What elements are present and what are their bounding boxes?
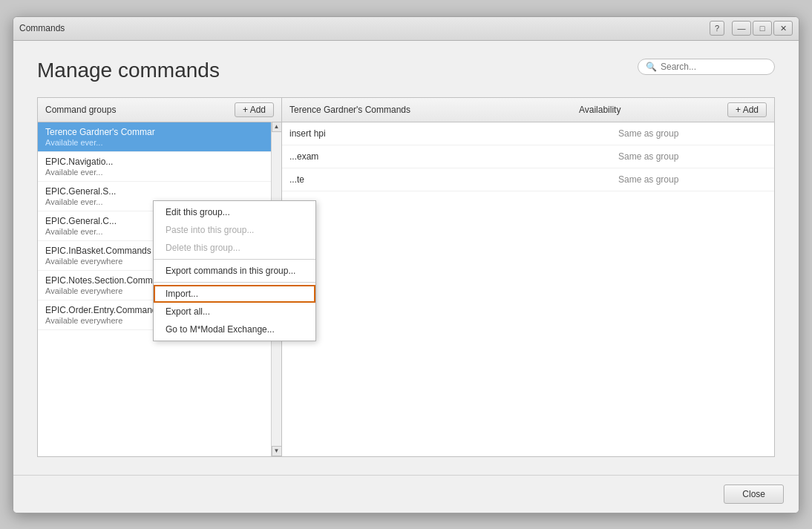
item-name: EPIC.Order.Entry.Command... [45, 305, 165, 315]
command-availability: Same as group [618, 174, 767, 185]
right-columns: Terence Gardner's Commands Availability [289, 105, 727, 115]
command-availability: Same as group [618, 151, 767, 162]
close-button[interactable]: Close [724, 484, 784, 504]
right-panel-header: Terence Gardner's Commands Availability … [282, 98, 774, 122]
item-name: EPIC.Notes.Section.Comma... [45, 275, 165, 286]
item-name: EPIC.InBasket.Commands [45, 246, 151, 256]
list-item[interactable]: EPIC.Navigatio... Available ever... [38, 152, 281, 182]
item-sub: Available ever... [45, 168, 274, 177]
command-row[interactable]: ...exam Same as group [282, 145, 774, 168]
add-command-button[interactable]: + Add [727, 102, 767, 117]
scroll-up-arrow[interactable]: ▲ [272, 122, 282, 132]
command-availability: Same as group [618, 128, 767, 139]
footer: Close [13, 475, 799, 513]
right-panel: Terence Gardner's Commands Availability … [282, 97, 775, 457]
item-name: Terence Gardner's Commar [45, 127, 274, 137]
command-groups-label: Command groups [45, 105, 116, 115]
close-window-button[interactable]: ✕ [773, 21, 793, 36]
main-window: Commands ? — □ ✕ Manage commands 🔍 Comma… [13, 16, 799, 513]
item-name: EPIC.General.S... [45, 186, 274, 197]
titlebar: Commands ? — □ ✕ [13, 17, 799, 41]
item-sub: Available everywhere [45, 316, 165, 325]
ctx-import[interactable]: Import... [154, 285, 315, 303]
command-row[interactable]: insert hpi Same as group [282, 122, 774, 145]
ctx-goto-exchange[interactable]: Go to M*Modal Exchange... [154, 321, 315, 338]
commands-column-header: Terence Gardner's Commands [289, 105, 579, 115]
ctx-delete-group: Delete this group... [154, 239, 315, 257]
command-row[interactable]: ...te Same as group [282, 168, 774, 191]
ctx-divider-1 [154, 259, 315, 260]
add-group-button[interactable]: + Add [235, 102, 274, 117]
panels-row: Command groups + Add Terence Gardner's C… [37, 97, 775, 457]
item-sub: Available everywhere [45, 257, 151, 266]
command-name: ...exam [289, 151, 618, 162]
context-menu: Edit this group... Paste into this group… [153, 200, 316, 341]
availability-column-header: Availability [579, 105, 727, 115]
left-panel-header: Command groups + Add [38, 98, 281, 122]
search-bar: 🔍 [638, 59, 775, 75]
list-item[interactable]: Terence Gardner's Commar Available ever.… [38, 122, 281, 152]
search-wrapper: 🔍 [638, 59, 775, 75]
ctx-export-group[interactable]: Export commands in this group... [154, 262, 315, 280]
commands-list: insert hpi Same as group ...exam Same as… [282, 122, 774, 456]
item-sub: Available ever... [45, 138, 274, 147]
window-title: Commands [19, 23, 710, 33]
ctx-edit-group[interactable]: Edit this group... [154, 203, 315, 221]
ctx-paste-group: Paste into this group... [154, 221, 315, 239]
command-name: ...te [289, 174, 618, 185]
maximize-button[interactable]: □ [753, 21, 772, 36]
minimize-button[interactable]: — [732, 21, 751, 36]
window-controls: ? — □ ✕ [710, 21, 793, 36]
item-sub: Available everywhere [45, 286, 165, 295]
content-area: Manage commands 🔍 Command groups + Add T… [13, 41, 799, 475]
search-icon: 🔍 [646, 62, 657, 72]
ctx-export-all[interactable]: Export all... [154, 303, 315, 321]
item-name: EPIC.Navigatio... [45, 157, 274, 167]
command-name: insert hpi [289, 128, 618, 139]
search-input[interactable] [661, 62, 767, 72]
scroll-down-arrow[interactable]: ▼ [272, 446, 282, 456]
ctx-divider-2 [154, 282, 315, 283]
help-button[interactable]: ? [710, 21, 724, 36]
